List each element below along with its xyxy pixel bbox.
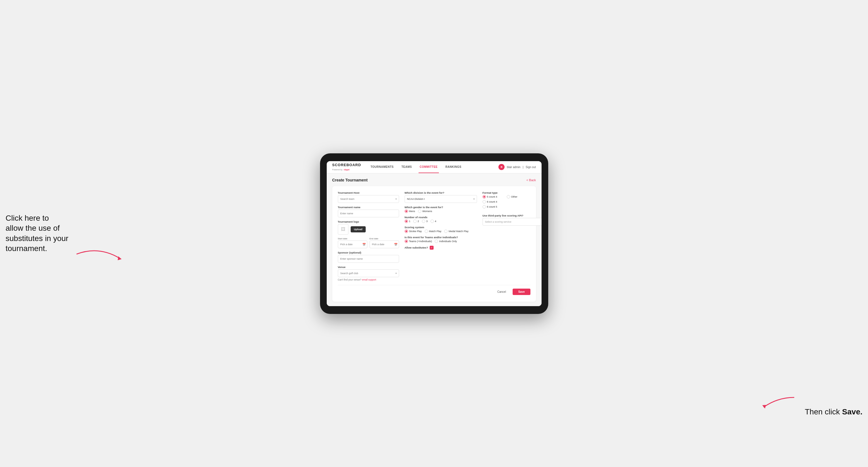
- rounds-3[interactable]: 3: [422, 220, 428, 223]
- rounds-label: Number of rounds: [405, 216, 477, 219]
- save-button[interactable]: Save: [513, 289, 530, 295]
- nav-user: B blair admin | Sign out: [498, 164, 536, 170]
- scoring-medal-indicator: [444, 229, 447, 233]
- rounds-2[interactable]: 2: [413, 220, 419, 223]
- nav-teams[interactable]: TEAMS: [400, 161, 413, 174]
- format-other[interactable]: Other: [507, 195, 518, 198]
- nav-tournaments[interactable]: TOURNAMENTS: [369, 161, 395, 174]
- scoring-api-label: Use third-party live scoring API?: [483, 214, 541, 217]
- rounds-4[interactable]: 4: [431, 220, 436, 223]
- sponsor-label: Sponsor (optional): [338, 251, 399, 254]
- format-5count4-indicator: [483, 195, 486, 198]
- sign-out-link[interactable]: Sign out: [526, 165, 536, 169]
- navbar: SCOREBOARD Powered by clippd TOURNAMENTS…: [327, 161, 541, 174]
- avatar: B: [498, 164, 504, 170]
- tournament-host-label: Tournament Host: [338, 191, 399, 194]
- venue-input[interactable]: [338, 270, 399, 277]
- tournament-logo-label: Tournament logo: [338, 220, 399, 223]
- logo-upload-area: 🖼 Upload: [338, 224, 399, 235]
- rounds-1-indicator: [405, 220, 408, 223]
- format-6count5-indicator: [483, 205, 486, 209]
- annotation-left: Click here to allow the use of substitut…: [6, 213, 68, 254]
- upload-button[interactable]: Upload: [351, 226, 366, 232]
- individuals-only-indicator: [435, 240, 438, 243]
- start-date-input[interactable]: [338, 241, 367, 248]
- end-date-label: End date: [370, 238, 399, 240]
- email-support-link[interactable]: email support: [362, 278, 376, 281]
- form-right-col: Format type 5 count 4 Other: [483, 191, 541, 281]
- scoring-stroke[interactable]: Stroke Play: [405, 229, 422, 233]
- scoring-match-indicator: [425, 229, 428, 233]
- rounds-radio-group: 1 2 3: [405, 220, 477, 223]
- substitutes-checkbox[interactable]: ✓: [430, 246, 434, 250]
- tournament-name-input[interactable]: [338, 210, 399, 217]
- format-other-indicator: [507, 195, 510, 198]
- back-button[interactable]: < Back: [527, 178, 536, 182]
- nav-links: TOURNAMENTS TEAMS COMMITTEE RANKINGS: [369, 161, 498, 174]
- scoring-match[interactable]: Match Play: [425, 229, 442, 233]
- teams-radio-group: Teams (+Individuals) Individuals Only: [405, 240, 477, 243]
- sponsor-input[interactable]: [338, 255, 399, 263]
- venue-field: Venue Can't find your venue? email suppo…: [338, 266, 399, 281]
- division-select[interactable]: NCAA Division I: [405, 195, 477, 203]
- tournament-host-input[interactable]: [338, 195, 399, 203]
- format-6count4-indicator: [483, 200, 486, 204]
- end-date-input[interactable]: [370, 241, 399, 248]
- user-name: blair admin: [507, 165, 520, 169]
- cancel-button[interactable]: Cancel: [493, 289, 510, 295]
- tournament-name-label: Tournament name: [338, 206, 399, 209]
- start-date-field: Start date 📅: [338, 238, 367, 248]
- scoring-api-field: Use third-party live scoring API? Select…: [483, 214, 541, 226]
- logo-brand: clippd: [344, 169, 349, 170]
- teams-plus-ind-indicator: [405, 240, 408, 243]
- substitutes-label: Allow substitutes?: [405, 246, 428, 249]
- form-mid-col: Which division is the event for? NCAA Di…: [405, 191, 477, 281]
- tournament-name-field: Tournament name: [338, 206, 399, 217]
- sponsor-field: Sponsor (optional): [338, 251, 399, 263]
- rounds-4-indicator: [431, 220, 434, 223]
- nav-rankings[interactable]: RANKINGS: [444, 161, 463, 174]
- scoring-system-label: Scoring system: [405, 226, 477, 229]
- start-date-label: Start date: [338, 238, 367, 240]
- format-6count5[interactable]: 6 count 5: [483, 205, 497, 209]
- page-header: Create Tournament < Back: [332, 178, 536, 182]
- arrow-right-icon: [758, 395, 797, 411]
- tournament-logo-field: Tournament logo 🖼 Upload: [338, 220, 399, 235]
- scoring-medal-match[interactable]: Medal Match Play: [444, 229, 469, 233]
- rounds-3-indicator: [422, 220, 425, 223]
- page-title: Create Tournament: [332, 178, 368, 182]
- nav-committee[interactable]: COMMITTEE: [418, 161, 439, 174]
- scoring-stroke-indicator: [405, 229, 408, 233]
- radio-mens-indicator: [405, 210, 408, 213]
- scoring-api-select[interactable]: Select a scoring service: [483, 218, 541, 226]
- nav-separator: |: [523, 165, 524, 169]
- individuals-only[interactable]: Individuals Only: [435, 240, 457, 243]
- division-label: Which division is the event for?: [405, 191, 477, 194]
- rounds-1[interactable]: 1: [405, 220, 410, 223]
- logo-powered-text: Powered by clippd: [332, 167, 361, 171]
- teams-field: Is this event for Teams and/or Individua…: [405, 236, 477, 243]
- gender-mens[interactable]: Mens: [405, 210, 415, 213]
- format-5count4[interactable]: 5 count 4: [483, 195, 497, 198]
- logo: SCOREBOARD Powered by clippd: [332, 163, 361, 171]
- format-row-1: 5 count 4 Other: [483, 195, 541, 198]
- gender-womens[interactable]: Womens: [418, 210, 432, 213]
- annotation-right: Then click Save.: [805, 407, 862, 417]
- rounds-field: Number of rounds 1 2: [405, 216, 477, 223]
- format-row-2: 6 count 4: [483, 200, 541, 204]
- gender-radio-group: Mens Womens: [405, 210, 477, 213]
- gender-label: Which gender is the event for?: [405, 206, 477, 209]
- tournament-host-field: Tournament Host: [338, 191, 399, 203]
- form-footer: Cancel Save: [338, 285, 530, 295]
- tablet-frame: SCOREBOARD Powered by clippd TOURNAMENTS…: [320, 153, 548, 314]
- logo-preview: 🖼: [338, 224, 348, 235]
- format-6count4[interactable]: 6 count 4: [483, 200, 497, 204]
- radio-womens-indicator: [418, 210, 421, 213]
- logo-text: SCOREBOARD: [332, 163, 361, 167]
- svg-marker-1: [762, 405, 766, 409]
- end-date-field: End date 📅: [370, 238, 399, 248]
- format-options: 5 count 4 Other: [483, 195, 541, 209]
- arrow-left-icon: [74, 243, 124, 265]
- teams-plus-ind[interactable]: Teams (+Individuals): [405, 240, 432, 243]
- date-fields: Start date 📅 End date: [338, 238, 399, 248]
